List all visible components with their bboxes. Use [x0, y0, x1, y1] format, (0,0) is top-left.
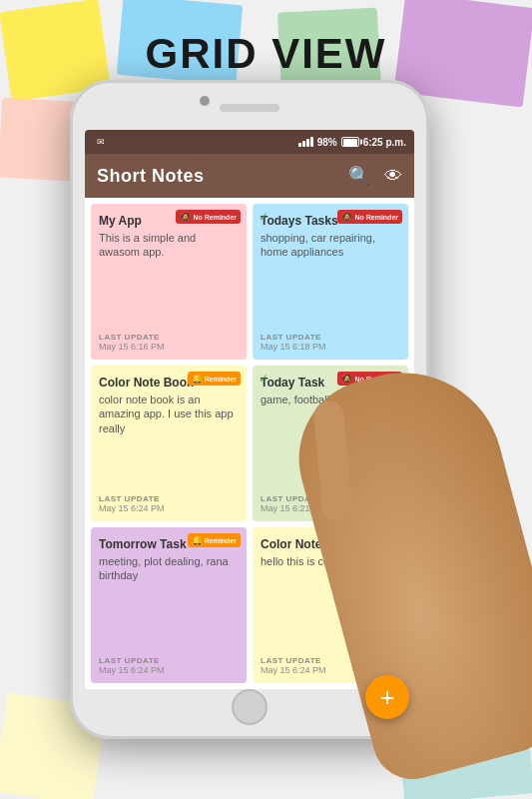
app-title: Short Notes	[97, 166, 205, 187]
phone-camera	[200, 96, 210, 106]
note-footer: LAST UPDATE May 15 6:18 PM	[261, 333, 400, 352]
note-body: color note book is an amazing app. I use…	[99, 393, 239, 490]
note-card[interactable]: Tomorrow Task meeting, plot dealing, ran…	[91, 527, 247, 683]
note-footer: LAST UPDATE May 15 6:24 PM	[99, 494, 239, 513]
last-update-value: May 15 6:24 PM	[99, 503, 239, 513]
battery-percent: 98%	[317, 137, 337, 148]
battery-icon	[341, 137, 359, 147]
note-card[interactable]: ✓ Todays Tasks shopping, car repairing, …	[253, 204, 408, 360]
status-time: 6:25 p.m.	[363, 137, 406, 148]
last-update-value: May 15 6:24 PM	[99, 665, 239, 675]
reminder-badge: 🔕No Reminder	[337, 210, 402, 224]
eye-icon[interactable]: 👁	[384, 167, 402, 185]
note-body: shopping, car repairing, home appliances	[261, 231, 400, 329]
app-bar: Short Notes 🔍 👁	[85, 154, 414, 198]
phone-mockup: ✉ 98% 6:25 p.m. Short Notes 🔍	[50, 80, 469, 759]
note-body: meeting, plot dealing, rana birthday	[99, 554, 239, 652]
fab-add-button[interactable]: +	[365, 675, 409, 719]
reminder-badge: 🔔Reminder	[188, 372, 241, 386]
reminder-badge: 🔕No Reminder	[176, 210, 241, 224]
note-card[interactable]: Color Note Book color note book is an am…	[91, 366, 247, 521]
signal-bars	[298, 137, 313, 147]
last-update-label: LAST UPDATE	[99, 494, 239, 503]
last-update-label: LAST UPDATE	[261, 333, 400, 342]
note-card[interactable]: My App This is a simple and awasom app. …	[91, 204, 247, 360]
note-body: This is a simple and awasom app.	[99, 231, 239, 329]
page-title: GRID VIEW	[0, 30, 532, 78]
check-icon: ✓	[259, 210, 268, 224]
search-icon[interactable]: 🔍	[348, 167, 370, 185]
home-button[interactable]	[232, 689, 267, 725]
note-footer: LAST UPDATE May 15 6:24 PM	[99, 656, 239, 675]
reminder-badge: 🔔Reminder	[188, 533, 241, 547]
app-bar-icons: 🔍 👁	[348, 167, 402, 185]
last-update-value: May 15 6:18 PM	[261, 342, 400, 352]
last-update-label: LAST UPDATE	[99, 656, 239, 665]
phone-speaker	[220, 104, 279, 112]
last-update-label: LAST UPDATE	[99, 333, 239, 342]
status-bar: ✉ 98% 6:25 p.m.	[85, 130, 414, 154]
check-icon: ✓	[259, 372, 268, 386]
note-footer: LAST UPDATE May 15 6:16 PM	[99, 333, 239, 352]
last-update-value: May 15 6:16 PM	[99, 342, 239, 352]
